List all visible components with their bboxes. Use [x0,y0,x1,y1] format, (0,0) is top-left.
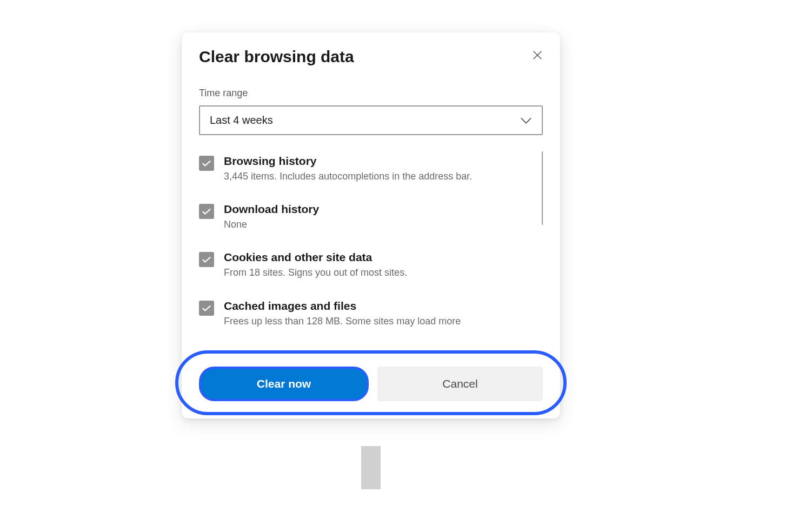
checkmark-icon [202,208,211,215]
close-button[interactable] [530,48,545,63]
callout-stem [361,446,381,489]
scrollbar-thumb[interactable] [542,150,543,226]
close-icon [531,49,543,61]
checkbox-cookies[interactable] [199,252,214,267]
chevron-down-icon [520,117,532,124]
option-title: Cached images and files [224,300,543,312]
clear-now-button[interactable]: Clear now [199,367,369,401]
checkbox-browsing-history[interactable] [199,156,214,171]
option-description: None [224,218,543,231]
option-title: Cookies and other site data [224,251,543,264]
option-download-history[interactable]: Download history None [199,198,543,236]
cancel-button[interactable]: Cancel [377,367,543,401]
options-list: Browsing history 3,445 items. Includes a… [199,150,543,350]
option-text: Download history None [224,203,543,231]
clear-browsing-data-dialog: Clear browsing data Time range Last 4 we… [182,32,560,418]
checkbox-download-history[interactable] [199,204,214,219]
option-description: 3,445 items. Includes autocompletions in… [224,170,543,183]
option-text: Cookies and other site data From 18 site… [224,251,543,280]
dialog-buttons: Clear now Cancel [199,367,543,401]
checkmark-icon [202,256,211,263]
option-title: Browsing history [224,155,543,168]
option-cookies[interactable]: Cookies and other site data From 18 site… [199,247,543,284]
time-range-label: Time range [199,88,543,99]
dialog-title: Clear browsing data [199,48,543,66]
checkmark-icon [202,159,211,167]
option-browsing-history[interactable]: Browsing history 3,445 items. Includes a… [199,150,543,188]
option-cached-files[interactable]: Cached images and files Frees up less th… [199,295,543,332]
checkmark-icon [202,304,211,312]
option-description: From 18 sites. Signs you out of most sit… [224,266,543,280]
option-text: Cached images and files Frees up less th… [224,300,543,328]
time-range-select[interactable]: Last 4 weeks [199,105,543,135]
option-title: Download history [224,203,543,216]
checkbox-cached-files[interactable] [199,301,214,316]
time-range-value: Last 4 weeks [210,114,273,127]
option-description: Frees up less than 128 MB. Some sites ma… [224,315,543,328]
option-text: Browsing history 3,445 items. Includes a… [224,155,543,183]
